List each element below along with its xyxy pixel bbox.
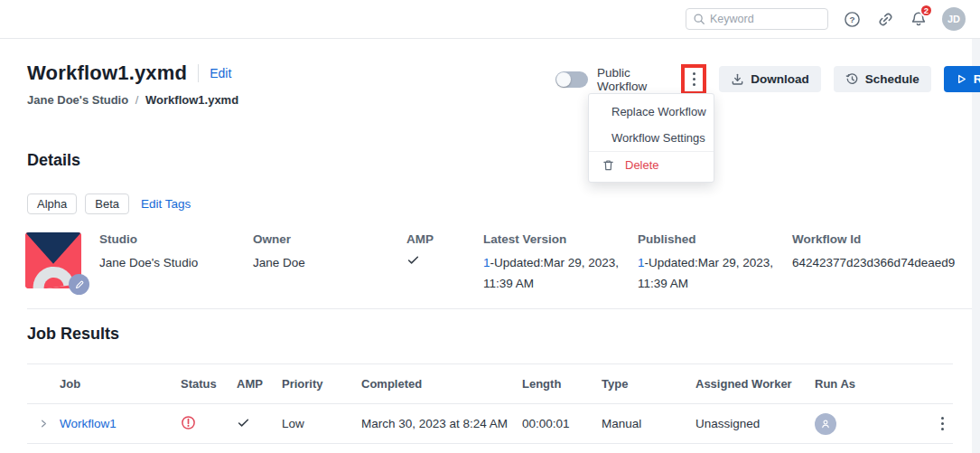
options-menu: Replace Workflow Workflow Settings Delet…	[588, 93, 714, 183]
type-cell: Manual	[602, 417, 695, 430]
chevron-right-icon	[39, 419, 49, 429]
col-type: Type	[602, 377, 695, 391]
owner-value: Jane Doe	[253, 253, 406, 274]
col-priority: Priority	[282, 377, 361, 391]
breadcrumb-separator: /	[135, 93, 139, 107]
search-box[interactable]	[686, 8, 828, 30]
col-job: Job	[60, 377, 181, 391]
row-more-options-button[interactable]	[932, 413, 953, 434]
table-row: Workflow1 Low March 30, 2023 at 8:24 AM …	[27, 404, 953, 444]
breadcrumb-studio[interactable]: Jane Doe's Studio	[27, 93, 128, 107]
search-input[interactable]	[710, 13, 821, 25]
download-label: Download	[751, 72, 809, 86]
delete-label: Delete	[625, 158, 659, 172]
search-icon	[693, 13, 705, 25]
latest-version-label: Latest Version	[483, 232, 638, 246]
latest-version-link[interactable]: 1	[483, 256, 490, 269]
job-name-link[interactable]: Workflow1	[60, 417, 181, 430]
svg-text:?: ?	[849, 14, 854, 24]
job-results-heading: Job Results	[27, 325, 119, 344]
priority-cell: Low	[282, 417, 361, 430]
col-completed: Completed	[361, 377, 522, 391]
col-status: Status	[181, 377, 237, 391]
toggle-knob	[556, 72, 571, 87]
tag-alpha: Alpha	[27, 193, 77, 214]
help-button[interactable]: ?	[842, 9, 862, 29]
public-workflow-label: Public Workflow	[597, 66, 656, 93]
schedule-label: Schedule	[865, 72, 919, 86]
run-as-cell	[815, 413, 914, 435]
replace-workflow-label: Replace Workflow	[611, 105, 706, 118]
table-header-row: Job Status AMP Priority Completed Length…	[27, 363, 953, 404]
topbar: ? 2 JD	[0, 0, 980, 39]
run-button[interactable]: Run	[944, 66, 980, 92]
play-icon	[956, 73, 967, 85]
col-assigned-worker: Assigned Worker	[695, 377, 815, 391]
trash-icon	[602, 158, 615, 172]
link-icon	[877, 11, 894, 28]
owner-label: Owner	[253, 232, 406, 246]
public-workflow-toggle[interactable]	[555, 71, 588, 88]
notifications-button[interactable]: 2	[909, 9, 929, 29]
menu-item-delete[interactable]: Delete	[589, 151, 714, 177]
row-amp-check-icon	[237, 416, 250, 429]
schedule-icon	[845, 72, 859, 86]
amp-check-icon	[406, 253, 420, 267]
help-icon: ?	[844, 11, 861, 28]
studio-label: Studio	[99, 232, 253, 246]
more-options-button[interactable]	[686, 69, 703, 90]
field-studio: Studio Jane Doe's Studio	[99, 232, 253, 295]
scrollbar-track[interactable]	[972, 39, 980, 453]
completed-cell: March 30, 2023 at 8:24 AM	[361, 417, 522, 430]
title-divider	[198, 64, 199, 82]
edit-thumbnail-button[interactable]	[69, 274, 89, 295]
published-label: Published	[638, 232, 792, 246]
menu-item-replace-workflow[interactable]: Replace Workflow	[589, 99, 714, 125]
share-link-button[interactable]	[875, 9, 895, 29]
edit-tags-link[interactable]: Edit Tags	[141, 197, 191, 211]
latest-version-text: -Updated:Mar 29, 2023, 11:39 AM	[483, 256, 619, 290]
studio-value: Jane Doe's Studio	[99, 253, 253, 274]
error-status-icon[interactable]	[181, 415, 196, 430]
col-length: Length	[522, 377, 602, 391]
assigned-worker-cell: Unassigned	[695, 417, 815, 430]
field-workflow-id: Workflow Id 64242377d23d366d74deaed9	[792, 232, 955, 295]
length-cell: 00:00:01	[522, 417, 602, 430]
workflow-id-value: 64242377d23d366d74deaed9	[792, 253, 955, 274]
download-button[interactable]: Download	[719, 66, 821, 92]
run-label: Run	[974, 72, 980, 86]
workflow-id-label: Workflow Id	[792, 232, 955, 246]
edit-title-link[interactable]: Edit	[210, 66, 231, 80]
amp-label: AMP	[406, 232, 483, 246]
col-amp: AMP	[237, 377, 282, 391]
notification-badge: 2	[919, 4, 933, 17]
amp-cell	[237, 416, 282, 432]
expand-row-button[interactable]	[27, 419, 60, 429]
published-text: -Updated:Mar 29, 2023, 11:39 AM	[638, 256, 773, 290]
breadcrumb-current: Workflow1.yxmd	[145, 93, 238, 107]
pencil-icon	[74, 279, 85, 290]
published-version-link[interactable]: 1	[638, 256, 645, 269]
schedule-button[interactable]: Schedule	[834, 66, 931, 92]
details-heading: Details	[27, 151, 80, 170]
kebab-highlight-box	[681, 64, 706, 95]
user-avatar[interactable]: JD	[942, 7, 966, 31]
workflow-settings-label: Workflow Settings	[611, 131, 705, 145]
section-divider	[27, 308, 972, 309]
download-icon	[731, 72, 744, 86]
breadcrumb: Jane Doe's Studio / Workflow1.yxmd	[27, 93, 238, 107]
field-owner: Owner Jane Doe	[253, 232, 406, 295]
person-icon	[819, 418, 832, 430]
field-latest-version: Latest Version 1-Updated:Mar 29, 2023, 1…	[483, 232, 638, 295]
page-title: Workflow1.yxmd	[27, 61, 187, 85]
menu-item-workflow-settings[interactable]: Workflow Settings	[589, 125, 714, 151]
status-cell	[181, 415, 237, 433]
run-as-avatar[interactable]	[815, 413, 836, 435]
col-run-as: Run As	[815, 377, 914, 391]
tag-beta: Beta	[85, 193, 129, 214]
field-amp: AMP	[406, 232, 483, 295]
field-published: Published 1-Updated:Mar 29, 2023, 11:39 …	[638, 232, 792, 295]
job-results-table: Job Status AMP Priority Completed Length…	[27, 363, 953, 444]
workflow-thumbnail	[25, 232, 81, 288]
